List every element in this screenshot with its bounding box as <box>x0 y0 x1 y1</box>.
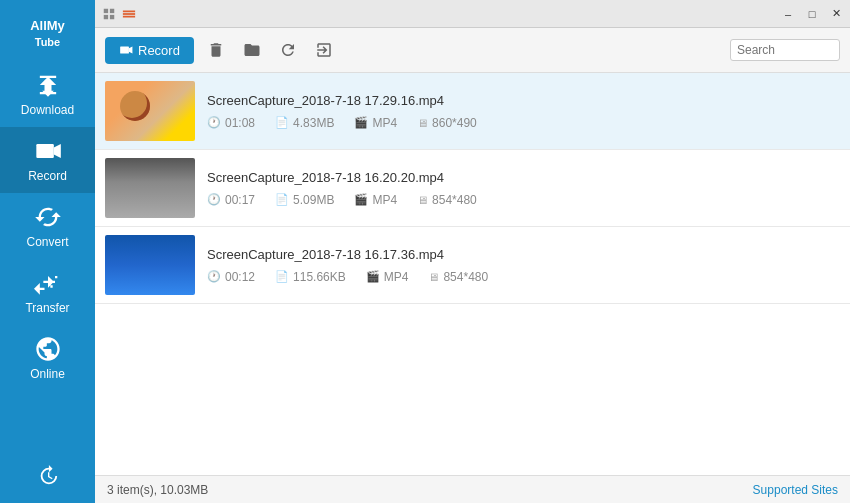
svg-rect-0 <box>36 144 54 158</box>
file-info: ScreenCapture_2018-7-18 16.17.36.mp4 🕐 0… <box>207 247 840 284</box>
titlebar-icon-1[interactable] <box>101 6 117 22</box>
maximize-button[interactable]: □ <box>802 5 822 23</box>
record-button-label: Record <box>138 43 180 58</box>
record-button[interactable]: Record <box>105 37 194 64</box>
resolution-icon: 🖥 <box>428 271 439 283</box>
file-meta: 🕐 00:12 📄 115.66KB 🎬 MP4 🖥 854*480 <box>207 270 840 284</box>
duration-item: 🕐 00:17 <box>207 193 255 207</box>
file-meta: 🕐 01:08 📄 4.83MB 🎬 MP4 🖥 860*490 <box>207 116 840 130</box>
format-icon: 🎬 <box>354 116 368 129</box>
file-format: MP4 <box>372 193 397 207</box>
convert-icon <box>32 203 64 231</box>
open-folder-button[interactable] <box>238 36 266 64</box>
sidebar-item-record-label: Record <box>28 169 67 183</box>
file-info: ScreenCapture_2018-7-18 17.29.16.mp4 🕐 0… <box>207 93 840 130</box>
resolution-icon: 🖥 <box>417 194 428 206</box>
sidebar-item-download[interactable]: Download <box>0 61 95 127</box>
toolbar: Record <box>95 28 850 73</box>
file-list: ScreenCapture_2018-7-18 17.29.16.mp4 🕐 0… <box>95 73 850 475</box>
file-resolution: 854*480 <box>443 270 488 284</box>
sidebar-item-convert-label: Convert <box>26 235 68 249</box>
svg-marker-1 <box>53 144 60 158</box>
item-count: 3 item(s), 10.03MB <box>107 483 208 497</box>
sidebar-item-record[interactable]: Record <box>0 127 95 193</box>
supported-sites-link[interactable]: Supported Sites <box>753 483 838 497</box>
file-size: 5.09MB <box>293 193 334 207</box>
clock-icon: 🕐 <box>207 193 221 206</box>
svg-rect-9 <box>120 47 129 54</box>
clock-icon: 🕐 <box>207 116 221 129</box>
app-logo: AllMyTube <box>25 10 70 61</box>
sidebar-item-download-label: Download <box>21 103 74 117</box>
svg-rect-5 <box>110 14 114 18</box>
transfer-icon <box>32 269 64 297</box>
file-thumbnail <box>105 158 195 218</box>
svg-rect-3 <box>110 8 114 12</box>
file-format: MP4 <box>372 116 397 130</box>
format-item: 🎬 MP4 <box>366 270 409 284</box>
file-thumbnail <box>105 81 195 141</box>
clock-icon: 🕐 <box>207 270 221 283</box>
file-size-icon: 📄 <box>275 116 289 129</box>
format-item: 🎬 MP4 <box>354 116 397 130</box>
svg-rect-7 <box>123 13 135 15</box>
file-size-icon: 📄 <box>275 270 289 283</box>
size-item: 📄 115.66KB <box>275 270 346 284</box>
titlebar: – □ ✕ <box>95 0 850 28</box>
file-duration: 01:08 <box>225 116 255 130</box>
file-info: ScreenCapture_2018-7-18 16.20.20.mp4 🕐 0… <box>207 170 840 207</box>
sidebar-item-transfer-label: Transfer <box>25 301 69 315</box>
duration-item: 🕐 01:08 <box>207 116 255 130</box>
history-button[interactable] <box>0 457 95 495</box>
titlebar-left-icons <box>101 6 137 22</box>
file-resolution: 854*480 <box>432 193 477 207</box>
file-thumbnail <box>105 235 195 295</box>
minimize-button[interactable]: – <box>778 5 798 23</box>
refresh-button[interactable] <box>274 36 302 64</box>
file-size-icon: 📄 <box>275 193 289 206</box>
svg-rect-6 <box>123 10 135 12</box>
sidebar-item-online[interactable]: Online <box>0 325 95 391</box>
svg-rect-4 <box>104 14 108 18</box>
table-row[interactable]: ScreenCapture_2018-7-18 16.20.20.mp4 🕐 0… <box>95 150 850 227</box>
table-row[interactable]: ScreenCapture_2018-7-18 17.29.16.mp4 🕐 0… <box>95 73 850 150</box>
file-format: MP4 <box>384 270 409 284</box>
close-button[interactable]: ✕ <box>826 5 846 23</box>
file-meta: 🕐 00:17 📄 5.09MB 🎬 MP4 🖥 854*480 <box>207 193 840 207</box>
file-name: ScreenCapture_2018-7-18 16.20.20.mp4 <box>207 170 840 185</box>
file-size: 115.66KB <box>293 270 346 284</box>
sidebar: AllMyTube Download Record Convert Transf… <box>0 0 95 503</box>
resolution-icon: 🖥 <box>417 117 428 129</box>
svg-rect-2 <box>104 8 108 12</box>
download-icon <box>32 71 64 99</box>
file-size: 4.83MB <box>293 116 334 130</box>
duration-item: 🕐 00:12 <box>207 270 255 284</box>
resolution-item: 🖥 854*480 <box>417 193 477 207</box>
online-icon <box>32 335 64 363</box>
file-name: ScreenCapture_2018-7-18 17.29.16.mp4 <box>207 93 840 108</box>
table-row[interactable]: ScreenCapture_2018-7-18 16.17.36.mp4 🕐 0… <box>95 227 850 304</box>
sidebar-bottom <box>0 457 95 503</box>
search-input[interactable] <box>730 39 840 61</box>
delete-button[interactable] <box>202 36 230 64</box>
titlebar-icon-2[interactable] <box>121 6 137 22</box>
file-duration: 00:17 <box>225 193 255 207</box>
main-area: – □ ✕ Record ScreenCapt <box>95 0 850 503</box>
resolution-item: 🖥 860*490 <box>417 116 477 130</box>
export-button[interactable] <box>310 36 338 64</box>
file-duration: 00:12 <box>225 270 255 284</box>
sidebar-item-online-label: Online <box>30 367 65 381</box>
size-item: 📄 5.09MB <box>275 193 334 207</box>
svg-marker-10 <box>129 47 133 54</box>
size-item: 📄 4.83MB <box>275 116 334 130</box>
svg-rect-8 <box>123 15 135 17</box>
format-icon: 🎬 <box>354 193 368 206</box>
sidebar-item-convert[interactable]: Convert <box>0 193 95 259</box>
statusbar: 3 item(s), 10.03MB Supported Sites <box>95 475 850 503</box>
sidebar-item-transfer[interactable]: Transfer <box>0 259 95 325</box>
resolution-item: 🖥 854*480 <box>428 270 488 284</box>
format-item: 🎬 MP4 <box>354 193 397 207</box>
record-icon <box>32 137 64 165</box>
file-resolution: 860*490 <box>432 116 477 130</box>
file-name: ScreenCapture_2018-7-18 16.17.36.mp4 <box>207 247 840 262</box>
